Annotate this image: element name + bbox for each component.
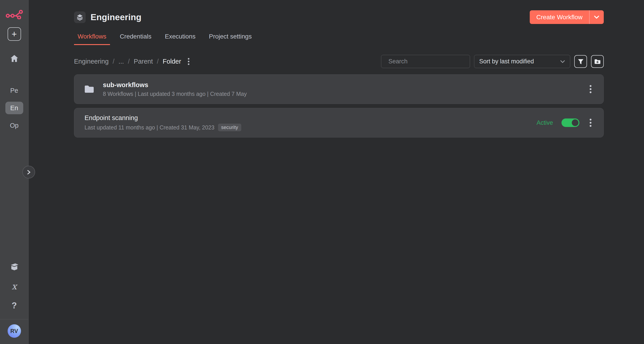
card-body: Endpoint scanning Last updated 11 months…: [84, 114, 241, 131]
help-icon[interactable]: ?: [12, 296, 17, 315]
n8n-logo-icon[interactable]: [6, 10, 23, 20]
home-icon[interactable]: [10, 55, 18, 63]
card-actions-kebab-icon[interactable]: [588, 83, 593, 95]
sidebar-item-project-op[interactable]: Op: [5, 119, 23, 132]
folder-plus-icon: [594, 58, 601, 65]
search-box: [381, 55, 470, 68]
controls-right: Sort by last modified: [381, 55, 604, 68]
toggle-knob: [572, 119, 578, 126]
project-badge: [74, 12, 86, 23]
add-button[interactable]: +: [8, 27, 21, 41]
sidebar-item-project-pe[interactable]: Pe: [5, 84, 23, 97]
tag-security[interactable]: security: [218, 124, 241, 131]
folder-actions-kebab-icon[interactable]: [186, 57, 191, 66]
tab-credentials[interactable]: Credentials: [116, 33, 155, 45]
breadcrumb: Engineering / ... / Parent / Folder: [74, 57, 191, 66]
user-avatar[interactable]: RV: [8, 324, 21, 338]
tab-workflows[interactable]: Workflows: [74, 33, 110, 45]
breadcrumb-separator: /: [113, 58, 114, 65]
breadcrumb-item-engineering[interactable]: Engineering: [74, 58, 109, 65]
controls-row: Engineering / ... / Parent / Folder Sort…: [74, 55, 604, 68]
workflow-card-endpoint-scanning[interactable]: Endpoint scanning Last updated 11 months…: [74, 108, 604, 137]
create-workflow-split-button: Create Workflow: [530, 10, 604, 24]
chevron-down-icon: [594, 16, 599, 19]
tab-project-settings[interactable]: Project settings: [205, 33, 255, 45]
header-row: Engineering Create Workflow: [74, 10, 604, 24]
breadcrumb-current-folder: Folder: [163, 58, 181, 65]
sidebar-bottom: x ? RV: [0, 257, 28, 344]
filter-button[interactable]: [574, 55, 587, 68]
breadcrumb-separator: /: [157, 58, 159, 65]
folder-card-sub-workflows[interactable]: sub-workflows 8 Workflows | Last updated…: [74, 74, 604, 104]
sort-dropdown[interactable]: Sort by last modified: [474, 55, 570, 68]
filter-funnel-icon: [578, 58, 584, 65]
new-folder-button[interactable]: [591, 55, 604, 68]
templates-box-icon[interactable]: [10, 257, 18, 277]
create-workflow-button[interactable]: Create Workflow: [530, 10, 589, 24]
project-list: Pe En Op: [5, 84, 23, 132]
breadcrumb-item-ellipsis[interactable]: ...: [118, 58, 124, 65]
workflow-active-toggle[interactable]: [562, 118, 580, 127]
chevron-right-icon: [26, 170, 31, 175]
plus-icon: +: [12, 30, 17, 39]
tab-executions[interactable]: Executions: [161, 33, 199, 45]
card-title: Endpoint scanning: [84, 114, 241, 122]
card-title: sub-workflows: [103, 81, 247, 89]
sidebar-item-project-en[interactable]: En: [5, 102, 23, 114]
resource-list: sub-workflows 8 Workflows | Last updated…: [74, 74, 604, 137]
sort-dropdown-label: Sort by last modified: [479, 58, 534, 65]
breadcrumb-item-parent[interactable]: Parent: [134, 58, 153, 65]
tab-bar: Workflows Credentials Executions Project…: [74, 33, 604, 45]
card-meta: Last updated 11 months ago | Created 31 …: [84, 124, 214, 131]
card-actions-kebab-icon[interactable]: [588, 117, 593, 128]
create-workflow-dropdown-button[interactable]: [590, 10, 604, 24]
card-body: sub-workflows 8 Workflows | Last updated…: [103, 81, 247, 97]
folder-icon: [84, 85, 94, 93]
search-input[interactable]: [388, 58, 468, 65]
page-title: Engineering: [90, 12, 142, 22]
breadcrumb-separator: /: [128, 58, 130, 65]
layers-icon: [76, 14, 83, 21]
variables-icon[interactable]: x: [12, 277, 17, 296]
main-content: Engineering Create Workflow Workflows Cr…: [29, 0, 644, 344]
card-meta: 8 Workflows | Last updated 3 months ago …: [103, 91, 247, 97]
sidebar-divider: [0, 319, 28, 319]
status-label: Active: [536, 119, 553, 126]
chevron-down-icon: [560, 60, 565, 63]
sidebar-expand-button[interactable]: [22, 166, 35, 179]
